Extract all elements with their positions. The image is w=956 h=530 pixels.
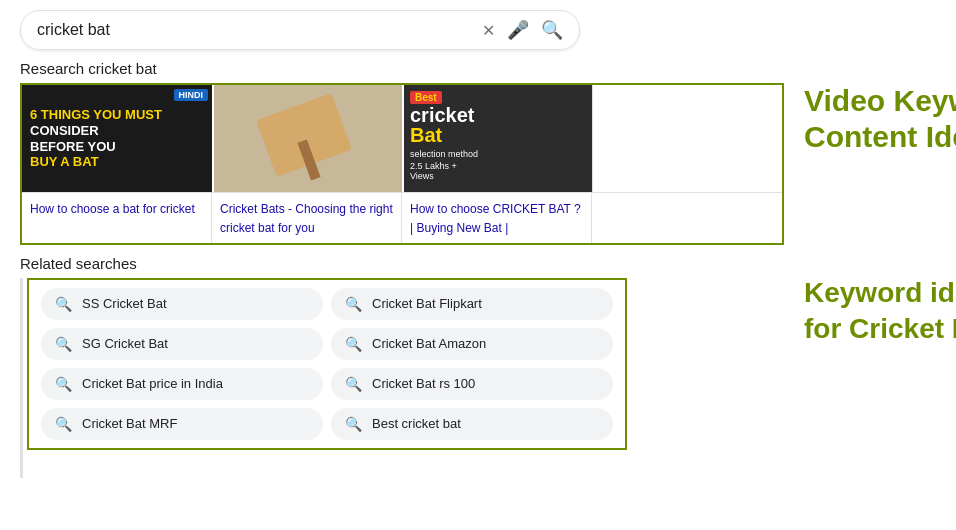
video-thumb-2[interactable]	[212, 85, 402, 192]
video-link-2[interactable]: Cricket Bats - Choosing the right cricke…	[220, 202, 393, 235]
thumb1-line4: BUY A BAT	[30, 154, 204, 170]
video-links-row: How to choose a bat for cricket Cricket …	[22, 192, 782, 243]
left-bar	[20, 278, 23, 478]
video-thumb-1[interactable]: HINDI 6 THINGS YOU MUST CONSIDER BEFORE …	[22, 85, 212, 192]
related-item-0[interactable]: 🔍 SS Cricket Bat	[41, 288, 323, 320]
related-item-3[interactable]: 🔍 Cricket Bat Amazon	[331, 328, 613, 360]
related-item-2-label: SG Cricket Bat	[82, 336, 168, 351]
video-section: HINDI 6 THINGS YOU MUST CONSIDER BEFORE …	[20, 83, 784, 245]
search-input[interactable]	[37, 21, 482, 39]
search-icon-2: 🔍	[55, 336, 72, 352]
thumb1-line2: CONSIDER	[30, 123, 204, 139]
search-bar: ✕ 🎤 🔍	[20, 10, 580, 50]
best-badge: Best	[410, 91, 442, 104]
microphone-icon[interactable]: 🎤	[507, 19, 529, 41]
related-searches-title: Related searches	[20, 255, 784, 272]
related-item-6[interactable]: 🔍 Cricket Bat MRF	[41, 408, 323, 440]
related-item-4[interactable]: 🔍 Cricket Bat price in India	[41, 368, 323, 400]
thumb3-selection: selection method	[410, 149, 478, 159]
search-icon-4: 🔍	[55, 376, 72, 392]
search-icon-7: 🔍	[345, 416, 362, 432]
annotation-area: Video Keyword &Content Ideas Keyword ide…	[804, 83, 956, 348]
search-icon-3: 🔍	[345, 336, 362, 352]
thumb3-bat: Bat	[410, 125, 478, 145]
search-icon-6: 🔍	[55, 416, 72, 432]
related-item-6-label: Cricket Bat MRF	[82, 416, 177, 431]
related-item-1-label: Cricket Bat Flipkart	[372, 296, 482, 311]
video-link-1[interactable]: How to choose a bat for cricket	[30, 202, 195, 216]
thumb1-line1: 6 THINGS YOU MUST	[30, 107, 204, 123]
related-item-5[interactable]: 🔍 Cricket Bat rs 100	[331, 368, 613, 400]
search-icon-5: 🔍	[345, 376, 362, 392]
search-icon-1: 🔍	[345, 296, 362, 312]
bat-shape	[256, 93, 352, 177]
related-item-0-label: SS Cricket Bat	[82, 296, 167, 311]
search-icon[interactable]: 🔍	[541, 19, 563, 41]
video-annotation: Video Keyword &Content Ideas	[804, 83, 956, 155]
related-item-1[interactable]: 🔍 Cricket Bat Flipkart	[331, 288, 613, 320]
related-item-2[interactable]: 🔍 SG Cricket Bat	[41, 328, 323, 360]
video-link-3[interactable]: How to choose CRICKET BAT ? | Buying New…	[410, 202, 581, 235]
video-thumb-3[interactable]: Best cricket Bat selection method 2.5 La…	[402, 85, 592, 192]
thumb3-views: 2.5 Lakhs +Views	[410, 161, 478, 181]
related-searches-grid: 🔍 SS Cricket Bat 🔍 Cricket Bat Flipkart …	[41, 288, 613, 440]
related-searches-grid-wrapper: 🔍 SS Cricket Bat 🔍 Cricket Bat Flipkart …	[27, 278, 627, 450]
thumb1-line3: BEFORE YOU	[30, 139, 204, 155]
search-icon-0: 🔍	[55, 296, 72, 312]
related-item-3-label: Cricket Bat Amazon	[372, 336, 486, 351]
thumb3-cricket: cricket	[410, 105, 478, 125]
video-link-4-empty	[592, 192, 782, 243]
related-item-7-label: Best cricket bat	[372, 416, 461, 431]
clear-icon[interactable]: ✕	[482, 21, 495, 40]
keyword-annotation: Keyword ideasfor Cricket Bat	[804, 275, 956, 348]
research-title: Research cricket bat	[20, 60, 936, 77]
related-item-4-label: Cricket Bat price in India	[82, 376, 223, 391]
related-item-5-label: Cricket Bat rs 100	[372, 376, 475, 391]
video-thumb-4-empty	[592, 85, 782, 192]
related-item-7[interactable]: 🔍 Best cricket bat	[331, 408, 613, 440]
